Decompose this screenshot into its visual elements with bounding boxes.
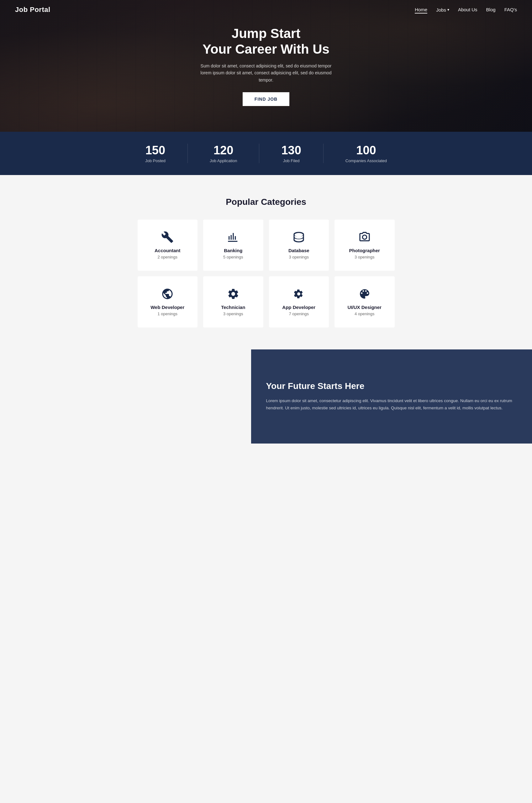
stat-number-job-filed: 130 <box>281 144 301 157</box>
categories-title: Popular Categories <box>15 197 517 207</box>
find-job-button[interactable]: FIND JOB <box>243 92 289 106</box>
photographer-name: Photographer <box>341 248 388 253</box>
nav-link-jobs[interactable]: Jobs <box>436 7 449 13</box>
category-banking[interactable]: Banking 5 openings <box>203 220 263 271</box>
category-accountant[interactable]: Accountant 2 openings <box>138 220 198 271</box>
categories-section: Popular Categories Accountant 2 openings… <box>0 175 532 350</box>
nav-item-home[interactable]: Home <box>415 7 427 13</box>
uiux-icon <box>341 288 388 300</box>
uiux-openings: 4 openings <box>341 312 388 316</box>
stats-bar: 150 Job Posted 120 Job Application 130 J… <box>0 132 532 175</box>
photographer-icon <box>341 231 388 243</box>
stat-job-filed: 130 Job Filed <box>259 144 323 163</box>
future-image-area <box>0 350 251 444</box>
category-appdev[interactable]: App Developer 7 openings <box>269 276 329 328</box>
nav-item-faq[interactable]: FAQ's <box>505 7 517 13</box>
stat-label-job-posted: Job Posted <box>145 158 166 163</box>
nav-link-blog[interactable]: Blog <box>486 7 496 12</box>
stat-label-job-application: Job Application <box>210 158 237 163</box>
banking-name: Banking <box>209 248 257 253</box>
site-logo: Job Portal <box>15 6 51 14</box>
technician-icon <box>209 288 257 300</box>
photographer-openings: 3 openings <box>341 255 388 259</box>
category-technician[interactable]: Technician 3 openings <box>203 276 263 328</box>
stat-number-job-application: 120 <box>210 144 237 157</box>
category-uiux[interactable]: UI/UX Designer 4 openings <box>335 276 395 328</box>
stat-label-companies: Companies Associated <box>345 158 387 163</box>
category-database[interactable]: Database 3 openings <box>269 220 329 271</box>
future-title: Your Future Starts Here <box>266 381 517 391</box>
webdev-name: Web Developer <box>144 304 192 310</box>
category-photographer[interactable]: Photographer 3 openings <box>335 220 395 271</box>
technician-name: Technician <box>209 304 257 310</box>
future-section: Your Future Starts Here Lorem ipsum dolo… <box>0 350 532 444</box>
accountant-icon <box>144 231 192 243</box>
appdev-icon <box>275 288 323 300</box>
accountant-name: Accountant <box>144 248 192 253</box>
webdev-openings: 1 openings <box>144 312 192 316</box>
navbar: Job Portal Home Jobs About Us Blog FAQ's <box>0 0 532 19</box>
stat-label-job-filed: Job Filed <box>281 158 301 163</box>
database-icon <box>275 231 323 243</box>
database-openings: 3 openings <box>275 255 323 259</box>
database-name: Database <box>275 248 323 253</box>
nav-links: Home Jobs About Us Blog FAQ's <box>415 7 517 13</box>
stat-job-application: 120 Job Application <box>188 144 259 163</box>
stat-companies: 100 Companies Associated <box>324 144 409 163</box>
appdev-openings: 7 openings <box>275 312 323 316</box>
stat-number-companies: 100 <box>345 144 387 157</box>
nav-item-blog[interactable]: Blog <box>486 7 496 13</box>
banking-icon <box>209 231 257 243</box>
hero-section: Jump Start Your Career With Us Sum dolor… <box>0 0 532 132</box>
hero-title: Jump Start Your Career With Us <box>200 26 332 57</box>
technician-openings: 3 openings <box>209 312 257 316</box>
category-webdev[interactable]: Web Developer 1 openings <box>138 276 198 328</box>
accountant-openings: 2 openings <box>144 255 192 259</box>
hero-subtitle: Sum dolor sit amet, consect adipisicing … <box>200 62 332 83</box>
banking-openings: 5 openings <box>209 255 257 259</box>
nav-item-about[interactable]: About Us <box>458 7 477 13</box>
stat-number-job-posted: 150 <box>145 144 166 157</box>
nav-link-about[interactable]: About Us <box>458 7 477 12</box>
webdev-icon <box>144 288 192 300</box>
categories-grid: Accountant 2 openings Banking 5 openings… <box>138 220 395 328</box>
future-content: Your Future Starts Here Lorem ipsum dolo… <box>251 350 532 444</box>
future-text: Lorem ipsum dolor sit amet, consectetur … <box>266 397 517 412</box>
appdev-name: App Developer <box>275 304 323 310</box>
stat-job-posted: 150 Job Posted <box>123 144 188 163</box>
hero-content: Jump Start Your Career With Us Sum dolor… <box>200 26 332 106</box>
uiux-name: UI/UX Designer <box>341 304 388 310</box>
nav-link-home[interactable]: Home <box>415 7 427 14</box>
nav-item-jobs[interactable]: Jobs <box>436 7 449 13</box>
nav-link-faq[interactable]: FAQ's <box>505 7 517 12</box>
